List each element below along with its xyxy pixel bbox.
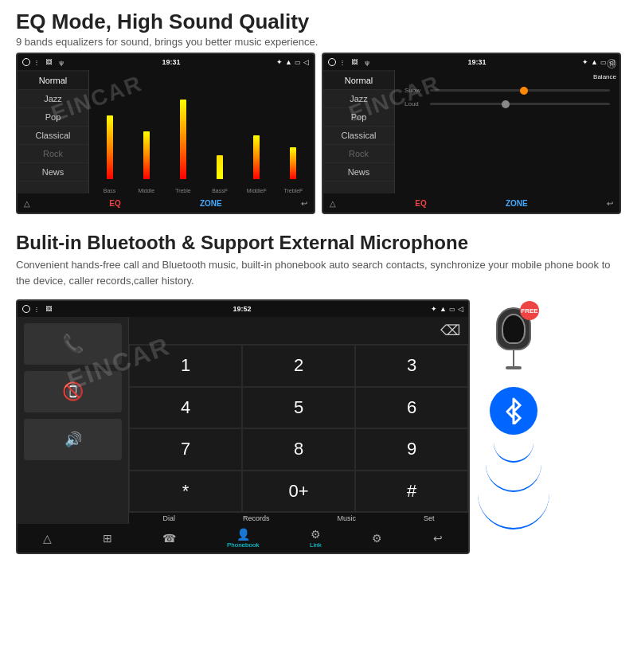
nav-eq-1[interactable]: EQ — [109, 199, 120, 208]
eq-menu-normal-2[interactable]: Normal — [323, 72, 394, 90]
eq-screens-container: EINCAR ⋮ 🖼 ψ 19:31 ✦ ▲ ▭ ◁ Normal Jazz P… — [0, 53, 637, 224]
dial-key-3[interactable]: 3 — [355, 345, 468, 387]
mic-head-inner — [502, 314, 526, 344]
link-label: Link — [310, 541, 322, 549]
eq-bar-middle-track — [129, 92, 163, 179]
bt-subtitle: Convenient hands-free call and Bluetooth… — [16, 257, 621, 288]
volume-button[interactable]: 🔊 — [24, 419, 122, 460]
eq-menu-news-2[interactable]: News — [323, 163, 394, 182]
nav-home-2[interactable]: △ — [330, 199, 336, 208]
mic-stem — [513, 350, 514, 366]
phone-content: 📞 📵 🔊 ⌫ 1 2 3 4 5 — [18, 317, 468, 524]
eq-menu-normal-1[interactable]: Normal — [18, 72, 88, 90]
phone-nav-back[interactable]: ↩ — [433, 532, 443, 545]
eq-bar-middlef-track — [240, 92, 274, 179]
bluetooth-svg — [502, 397, 525, 424]
eq-bar-bass-track — [92, 92, 127, 179]
knob-subw-row: Subw — [404, 87, 610, 94]
phone-status-left: ⋮ 🖼 — [22, 304, 53, 314]
dial-key-hash[interactable]: # — [355, 471, 468, 513]
backspace-button[interactable]: ⌫ — [440, 322, 460, 339]
phone-nav-bar: △ ⊞ ☎ 👤 Phonebook ⚙ Link ⚙ ↩ — [18, 524, 468, 553]
phone-back-status: ◁ — [458, 305, 463, 313]
eq-menu-news-1[interactable]: News — [18, 163, 88, 182]
nav-eq-2[interactable]: EQ — [415, 199, 426, 208]
phone-battery-status: ▭ — [449, 306, 455, 313]
phone-nav-phonebook[interactable]: 👤 Phonebook — [227, 528, 259, 549]
menu-dots-1: ⋮ — [33, 59, 41, 66]
phone-nav-apps[interactable]: ⊞ — [103, 532, 112, 545]
status-bar-1: ⋮ 🖼 ψ 19:31 ✦ ▲ ▭ ◁ — [18, 54, 314, 70]
eq-bar-treblef: TrebleF — [276, 92, 311, 179]
dial-key-8[interactable]: 8 — [242, 428, 355, 471]
eq-menu-jazz-1[interactable]: Jazz — [18, 90, 88, 108]
phone-nav-link-icon: ⚙ — [311, 528, 321, 541]
call-red-button[interactable]: 📵 — [24, 371, 122, 412]
phone-nav-settings[interactable]: ⚙ — [372, 532, 382, 545]
nav-back-1[interactable]: ↩ — [301, 199, 307, 208]
nav-home-1[interactable]: △ — [24, 199, 30, 208]
eq-screen-2: EINCAR ® ⋮ 🖼 ψ 19:31 ✦ ▲ ▭ ◁ Normal Jazz… — [322, 53, 621, 214]
phone-left-panel: 📞 📵 🔊 — [18, 317, 129, 524]
phone-nav-home[interactable]: △ — [43, 532, 52, 545]
wave-2 — [486, 464, 541, 492]
dial-key-4[interactable]: 4 — [129, 387, 242, 429]
dial-key-7[interactable]: 7 — [129, 428, 242, 471]
phone-nav-phonebook-icon: 👤 — [236, 528, 250, 541]
balance-label: Balance — [398, 73, 616, 80]
nav-zone-1[interactable]: ZONE — [200, 199, 222, 208]
nav-back-2[interactable]: ↩ — [607, 199, 613, 208]
eq-screen-1: EINCAR ⋮ 🖼 ψ 19:31 ✦ ▲ ▭ ◁ Normal Jazz P… — [16, 53, 315, 214]
eq-knobs: Subw Loud — [398, 87, 616, 107]
mic-clip — [506, 366, 522, 369]
dial-key-2[interactable]: 2 — [242, 345, 355, 387]
eq-menu-rock-1[interactable]: Rock — [18, 145, 88, 163]
eq-menu-jazz-2[interactable]: Jazz — [323, 90, 394, 108]
dial-key-9[interactable]: 9 — [355, 428, 468, 471]
dial-key-0[interactable]: 0+ — [242, 471, 355, 513]
eq-bar-label-bassf: BassF — [212, 188, 228, 193]
image-icon-1: 🖼 — [44, 57, 53, 67]
eq-bar-label-middlef: MiddleF — [247, 188, 267, 193]
knob-subw-slider[interactable] — [430, 89, 610, 92]
status-left-1: ⋮ 🖼 ψ — [22, 57, 66, 67]
eq-content-2: Normal Jazz Pop Classical Rock News Bala… — [323, 70, 619, 193]
knob-loud-dot — [502, 100, 510, 108]
phone-nav-phone[interactable]: ☎ — [162, 532, 176, 545]
eq-menu-2: Normal Jazz Pop Classical Rock News — [323, 70, 395, 193]
free-badge: FREE — [520, 301, 539, 320]
eq-bar-middle: Middle — [129, 92, 163, 179]
phone-nav-link[interactable]: ⚙ Link — [310, 528, 322, 549]
eq-bar-treblef-track — [276, 92, 311, 179]
dial-key-star[interactable]: * — [129, 471, 242, 513]
bluetooth-waves — [478, 443, 549, 529]
back-status-1: ◁ — [303, 58, 309, 66]
eq-menu-classical-1[interactable]: Classical — [18, 127, 88, 145]
battery-status-2: ▭ — [600, 59, 607, 66]
eq-bar-middlef: MiddleF — [240, 92, 274, 179]
call-green-icon: 📞 — [62, 334, 84, 354]
phone-nav-apps-icon: ⊞ — [103, 532, 112, 545]
call-green-button[interactable]: 📞 — [24, 323, 122, 365]
bt-status-1: ✦ — [276, 58, 283, 66]
phone-menu-dots: ⋮ — [33, 306, 41, 313]
eq-bar-bass: Bass — [92, 92, 127, 179]
knob-loud-slider[interactable] — [430, 103, 610, 105]
phonebook-label: Phonebook — [227, 541, 259, 549]
music-label: Music — [337, 514, 356, 522]
nav-bar-1: △ EQ ZONE ↩ — [18, 193, 314, 213]
eq-bar-bass-fill — [107, 115, 113, 179]
dial-key-5[interactable]: 5 — [242, 387, 355, 429]
eq-menu-classical-2[interactable]: Classical — [323, 127, 394, 145]
eq-right-panel-2: Balance Subw Loud — [395, 70, 619, 193]
dial-key-6[interactable]: 6 — [355, 387, 468, 429]
nav-zone-2[interactable]: ZONE — [506, 199, 528, 208]
knob-subw-label: Subw — [404, 87, 427, 94]
phone-bt-status: ✦ — [431, 305, 437, 313]
eq-menu-rock-2[interactable]: Rock — [323, 145, 394, 163]
eq-title: EQ Mode, High Sound Quality — [16, 10, 621, 34]
dial-key-1[interactable]: 1 — [129, 345, 242, 387]
eq-menu-pop-2[interactable]: Pop — [323, 108, 394, 127]
phone-status-right: ✦ ▲ ▭ ◁ — [431, 305, 463, 313]
eq-menu-pop-1[interactable]: Pop — [18, 108, 88, 127]
